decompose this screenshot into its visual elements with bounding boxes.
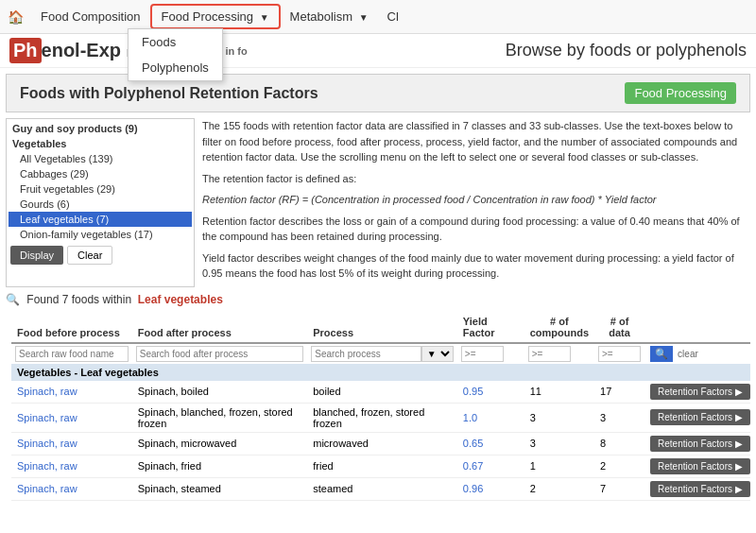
filter-data-cell: [594, 343, 644, 364]
yield-value: 0.96: [463, 483, 483, 494]
filter-process-select[interactable]: ▼: [421, 346, 454, 362]
yield-cell: 1.0: [457, 403, 524, 432]
sidebar-buttons: Display Clear: [7, 242, 194, 268]
description-panel: The 155 foods with retention factor data…: [202, 118, 750, 287]
sidebar: Guy and soy products (9) Vegetables All …: [6, 118, 195, 287]
page-title: Foods with Polyphenol Retention Factors: [20, 85, 318, 102]
main-content: Guy and soy products (9) Vegetables All …: [6, 118, 750, 287]
clear-button[interactable]: Clear: [67, 246, 112, 265]
col-yield-factor: Yield Factor: [457, 312, 524, 343]
description-rf-formula: Retention factor (RF) = (Concentration i…: [202, 192, 750, 208]
filter-data-input[interactable]: [598, 346, 641, 362]
data-cell: 8: [594, 432, 644, 455]
process-cell: boiled: [307, 381, 457, 404]
col-process: Process: [307, 312, 457, 343]
food-before-link[interactable]: Spinach, raw: [17, 438, 77, 449]
food-after-cell: Spinach, steamed: [132, 477, 308, 500]
yield-cell: 0.95: [457, 381, 524, 404]
nav-metabolism[interactable]: Metabolism ▼: [281, 6, 378, 27]
filter-search-button[interactable]: 🔍: [650, 346, 673, 362]
sidebar-item-soy[interactable]: Guy and soy products (9): [9, 121, 192, 136]
sidebar-item-vegetables[interactable]: Vegetables: [9, 136, 192, 151]
found-text: Found 7 foods within: [26, 293, 131, 306]
nav-cl[interactable]: Cl: [378, 6, 408, 27]
food-processing-dropdown: Foods Polyphenols: [128, 28, 223, 81]
filter-yield-input[interactable]: [461, 346, 504, 362]
yield-value: 0.67: [463, 460, 483, 472]
dropdown-polyphenols[interactable]: Polyphenols: [129, 55, 222, 80]
sidebar-list: Guy and soy products (9) Vegetables All …: [7, 119, 194, 242]
yield-cell: 0.67: [457, 455, 524, 477]
retention-factors-button[interactable]: Retention Factors ▶: [650, 436, 750, 452]
filter-food-after-cell: [132, 343, 308, 364]
food-before-cell: Spinach, raw: [11, 381, 132, 404]
filter-food-before-cell: [11, 343, 132, 364]
food-before-cell: Spinach, raw: [11, 477, 132, 500]
nav-food-composition[interactable]: Food Composition: [31, 6, 150, 27]
retention-factors-button[interactable]: Retention Factors ▶: [650, 481, 750, 497]
display-button[interactable]: Display: [10, 246, 63, 265]
filter-row: ▼: [11, 343, 750, 364]
logo-exp: enol-Exp: [42, 40, 121, 61]
filter-action-cell: 🔍 clear: [644, 343, 750, 364]
table-wrapper: Food before process Food after process P…: [6, 312, 750, 501]
sidebar-item-leaf-veg[interactable]: Leaf vegetables (7): [9, 212, 192, 227]
data-cell: 17: [594, 381, 644, 404]
data-cell: 3: [594, 403, 644, 432]
yield-cell: 0.65: [457, 432, 524, 455]
table-row: Spinach, raw Spinach, microwaved microwa…: [11, 432, 750, 455]
filter-process-input[interactable]: [311, 346, 421, 362]
description-rf-desc: Retention factor describes the loss or g…: [202, 214, 750, 245]
food-before-link[interactable]: Spinach, raw: [17, 460, 77, 472]
sidebar-item-cabbages[interactable]: Cabbages (29): [9, 166, 192, 181]
description-rf-label: The retention factor is defined as:: [202, 171, 750, 187]
retention-factors-button[interactable]: Retention Factors ▶: [650, 458, 750, 474]
filter-yield-cell: [457, 343, 524, 364]
table-row: Spinach, raw Spinach, boiled boiled 0.95…: [11, 381, 750, 404]
food-processing-badge: Food Processing: [625, 82, 736, 104]
retention-factors-button[interactable]: Retention Factors ▶: [650, 384, 750, 400]
table-row: Spinach, raw Spinach, fried fried 0.67 1…: [11, 455, 750, 477]
retention-btn-cell: Retention Factors ▶: [644, 381, 750, 404]
filter-food-before[interactable]: [15, 346, 129, 362]
page-header: Foods with Polyphenol Retention Factors …: [6, 74, 750, 112]
process-cell: blanched, frozen, stored frozen: [307, 403, 457, 432]
compounds-cell: 3: [524, 403, 594, 432]
process-cell: steamed: [307, 477, 457, 500]
dropdown-foods[interactable]: Foods: [129, 29, 222, 55]
compounds-cell: 1: [524, 455, 594, 477]
found-category: Leaf vegetables: [138, 293, 223, 306]
food-before-link[interactable]: Spinach, raw: [17, 412, 77, 423]
logo-bar: Ph enol-Exp polyphenol content in fo Bro…: [0, 34, 756, 68]
nav-food-processing[interactable]: Food Processing ▼: [150, 4, 281, 29]
sidebar-item-fruit-veg[interactable]: Fruit vegetables (29): [9, 181, 192, 197]
yield-value: 0.95: [463, 386, 483, 397]
dropdown-arrow-icon: ▼: [260, 12, 269, 23]
retention-btn-cell: Retention Factors ▶: [644, 403, 750, 432]
retention-btn-cell: Retention Factors ▶: [644, 455, 750, 477]
table-header-row: Food before process Food after process P…: [11, 312, 750, 343]
food-before-cell: Spinach, raw: [11, 403, 132, 432]
retention-factors-button[interactable]: Retention Factors ▶: [650, 409, 750, 425]
col-food-before: Food before process: [11, 312, 132, 343]
table-section-header: Vegetables - Leaf vegetables: [11, 364, 750, 381]
arrow-icon: ▶: [735, 412, 743, 422]
description-yf-desc: Yield factor describes weight changes of…: [202, 250, 750, 282]
sidebar-item-gourds[interactable]: Gourds (6): [9, 197, 192, 212]
sidebar-item-all-veg[interactable]: All Vegetables (139): [9, 151, 192, 166]
data-cell: 7: [594, 477, 644, 500]
filter-compounds-input[interactable]: [528, 346, 571, 362]
col-compounds: # ofcompounds: [524, 312, 594, 343]
home-icon[interactable]: 🏠: [8, 9, 24, 25]
filter-clear-button[interactable]: clear: [678, 349, 698, 359]
food-before-link[interactable]: Spinach, raw: [17, 386, 77, 397]
arrow-icon: ▶: [735, 387, 743, 397]
food-before-link[interactable]: Spinach, raw: [17, 483, 77, 494]
filter-food-after[interactable]: [136, 346, 304, 362]
sidebar-item-onion[interactable]: Onion-family vegetables (17): [9, 227, 192, 242]
process-cell: fried: [307, 455, 457, 477]
yield-value: 0.65: [463, 438, 483, 449]
col-food-after: Food after process: [132, 312, 308, 343]
food-before-cell: Spinach, raw: [11, 455, 132, 477]
arrow-icon: ▶: [735, 438, 743, 449]
